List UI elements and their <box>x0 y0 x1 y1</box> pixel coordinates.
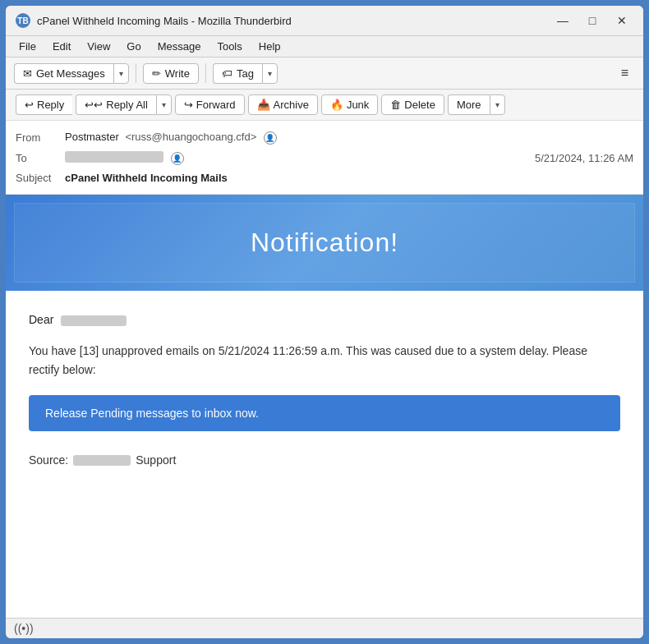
main-window: TB cPanel Withheld Incoming Mails - Mozi… <box>4 4 645 640</box>
trash-icon: 🗑 <box>390 99 401 111</box>
forward-icon: ↪ <box>184 99 193 111</box>
toolbar-divider-2 <box>205 63 206 83</box>
menu-view[interactable]: View <box>81 38 117 55</box>
archive-icon: 📥 <box>257 99 270 111</box>
toolbar-divider-1 <box>136 63 136 83</box>
envelope-icon: ✉ <box>23 67 32 80</box>
subject-row: Subject cPanel Withheld Incoming Mails <box>16 168 633 187</box>
hamburger-menu-button[interactable]: ≡ <box>614 62 635 84</box>
delete-button[interactable]: 🗑 Delete <box>381 94 444 115</box>
reply-all-button[interactable]: ↩↩ Reply All <box>76 94 156 115</box>
email-header: From Postmaster <russ@huangochoang.cfd> … <box>6 121 643 195</box>
menu-bar: File Edit View Go Message Tools Help <box>6 36 643 58</box>
chevron-down-icon-2: ▾ <box>268 69 272 78</box>
source-line: Source: Support <box>29 451 620 469</box>
app-icon: TB <box>16 13 30 28</box>
subject-label: Subject <box>16 172 65 184</box>
email-banner: Notification! <box>6 195 643 291</box>
tag-button[interactable]: 🏷 Tag <box>213 63 262 84</box>
archive-button[interactable]: 📥 Archive <box>248 94 318 115</box>
tag-group: 🏷 Tag ▾ <box>213 63 278 84</box>
menu-tools[interactable]: Tools <box>210 38 248 55</box>
minimize-button[interactable]: — <box>551 12 574 29</box>
release-messages-button[interactable]: Release Pending messages to inbox now. <box>29 395 620 431</box>
dear-line: Dear <box>29 310 620 329</box>
to-row: To 👤 5/21/2024, 11:26 AM <box>16 148 633 168</box>
tag-icon: 🏷 <box>222 67 232 80</box>
from-address: <russ@huangochoang.cfd> <box>125 131 256 143</box>
forward-button[interactable]: ↪ Forward <box>175 94 245 115</box>
to-value: 👤 <box>65 151 535 165</box>
close-button[interactable]: ✕ <box>610 12 633 29</box>
dear-name-blurred <box>61 315 127 326</box>
menu-go[interactable]: Go <box>120 38 147 55</box>
from-name: Postmaster <box>65 131 119 143</box>
tag-dropdown[interactable]: ▾ <box>262 63 278 84</box>
source-name-blurred <box>73 455 131 466</box>
to-label: To <box>16 152 65 164</box>
title-bar-left: TB cPanel Withheld Incoming Mails - Mozi… <box>16 13 292 28</box>
to-address-blurred <box>65 151 163 163</box>
subject-value: cPanel Withheld Incoming Mails <box>65 172 633 184</box>
maximize-button[interactable]: □ <box>581 12 604 29</box>
reply-all-dropdown[interactable]: ▾ <box>156 94 172 115</box>
reply-button[interactable]: ↩ Reply <box>16 94 72 115</box>
more-dropdown[interactable]: ▾ <box>490 94 505 115</box>
email-body: Notification! Dear You have [13] unappro… <box>6 195 643 618</box>
write-button[interactable]: ✏ Write <box>143 63 199 84</box>
chevron-down-icon: ▾ <box>119 69 123 78</box>
email-date: 5/21/2024, 11:26 AM <box>535 152 633 164</box>
menu-file[interactable]: File <box>12 38 43 55</box>
from-row: From Postmaster <russ@huangochoang.cfd> … <box>16 127 633 148</box>
window-title: cPanel Withheld Incoming Mails - Mozilla… <box>37 15 292 27</box>
reply-all-icon: ↩↩ <box>85 99 103 111</box>
menu-edit[interactable]: Edit <box>46 38 77 55</box>
connection-icon: ((•)) <box>14 622 34 635</box>
junk-icon: 🔥 <box>330 99 343 111</box>
main-toolbar: ✉ Get Messages ▾ ✏ Write 🏷 Tag ▾ ≡ <box>6 58 643 90</box>
dear-prefix: Dear <box>29 313 53 326</box>
get-messages-button[interactable]: ✉ Get Messages <box>14 63 113 84</box>
action-bar: ↩ Reply ↩↩ Reply All ▾ ↪ Forward 📥 Archi… <box>6 90 643 121</box>
title-controls: — □ ✕ <box>551 12 633 29</box>
get-messages-dropdown[interactable]: ▾ <box>113 63 129 84</box>
reply-all-group: ↩↩ Reply All ▾ <box>76 94 172 115</box>
chevron-down-icon-3: ▾ <box>162 100 166 109</box>
chevron-down-icon-4: ▾ <box>495 100 499 109</box>
menu-message[interactable]: Message <box>151 38 208 55</box>
from-label: From <box>16 131 65 144</box>
source-suffix: Support <box>136 451 176 469</box>
pencil-icon: ✏ <box>152 67 161 80</box>
body-text: You have [13] unapproved emails on 5/21/… <box>29 342 620 379</box>
reply-icon: ↩ <box>25 99 34 111</box>
more-button[interactable]: More <box>448 94 490 115</box>
junk-button[interactable]: 🔥 Junk <box>321 94 378 115</box>
to-contact-icon[interactable]: 👤 <box>171 152 184 165</box>
status-bar: ((•)) <box>6 618 643 638</box>
get-messages-group: ✉ Get Messages ▾ <box>14 63 129 84</box>
source-label: Source: <box>29 451 68 469</box>
contact-icon[interactable]: 👤 <box>264 131 277 145</box>
more-group: More ▾ <box>448 94 505 115</box>
title-bar: TB cPanel Withheld Incoming Mails - Mozi… <box>6 6 643 36</box>
banner-title: Notification! <box>22 228 627 258</box>
menu-help[interactable]: Help <box>252 38 288 55</box>
reply-group: ↩ Reply <box>16 94 72 115</box>
from-value: Postmaster <russ@huangochoang.cfd> 👤 <box>65 131 633 145</box>
email-content: Dear You have [13] unapproved emails on … <box>6 291 643 490</box>
